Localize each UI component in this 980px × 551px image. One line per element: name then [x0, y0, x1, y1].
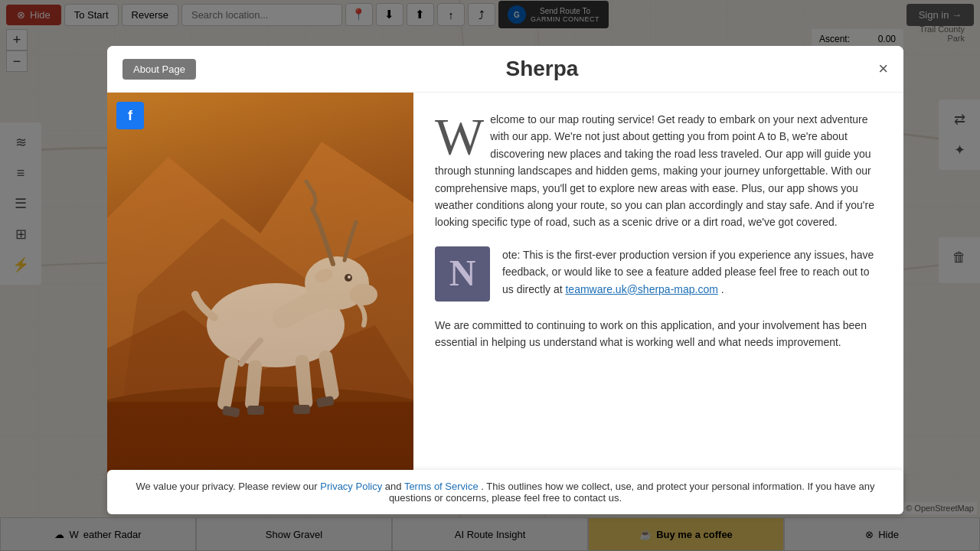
facebook-button[interactable]: f [116, 102, 144, 129]
privacy-text-1: We value your privacy. Please review our [136, 481, 320, 492]
svg-point-9 [348, 276, 351, 279]
drop-cap-w: W [435, 111, 490, 156]
svg-rect-16 [247, 406, 264, 415]
privacy-text-2: and [385, 481, 404, 492]
close-icon: × [878, 59, 888, 78]
note-box: N ote: This is the first-ever production… [435, 246, 882, 302]
goat-svg [107, 93, 413, 509]
about-modal: About Page Sherpa × f [107, 46, 903, 509]
note-email-link[interactable]: teamware.uk@sherpa-map.com [565, 283, 717, 295]
svg-point-7 [350, 284, 377, 305]
modal-close-button[interactable]: × [878, 59, 888, 79]
note-letter: N [435, 246, 490, 302]
modal-image-panel: f [107, 93, 413, 509]
privacy-bar: We value your privacy. Please review our… [107, 470, 903, 514]
note-period: . [721, 283, 724, 295]
svg-rect-17 [293, 405, 310, 414]
about-page-label: About Page [133, 64, 185, 75]
about-page-button[interactable]: About Page [122, 59, 196, 80]
commitment-text: We are committed to continuing to work o… [435, 317, 882, 351]
modal-body: f [107, 93, 903, 509]
terms-of-service-link[interactable]: Terms of Service [404, 481, 479, 492]
modal-header: About Page Sherpa × [107, 46, 903, 93]
privacy-policy-link[interactable]: Privacy Policy [320, 481, 382, 492]
main-paragraph: elcome to our map routing service! Get r… [435, 113, 874, 228]
note-text: ote: This is the first-ever production v… [502, 246, 882, 298]
modal-title: Sherpa [196, 57, 888, 81]
modal-content-panel[interactable]: W elcome to our map routing service! Get… [413, 93, 903, 509]
main-text-block: W elcome to our map routing service! Get… [435, 111, 882, 231]
